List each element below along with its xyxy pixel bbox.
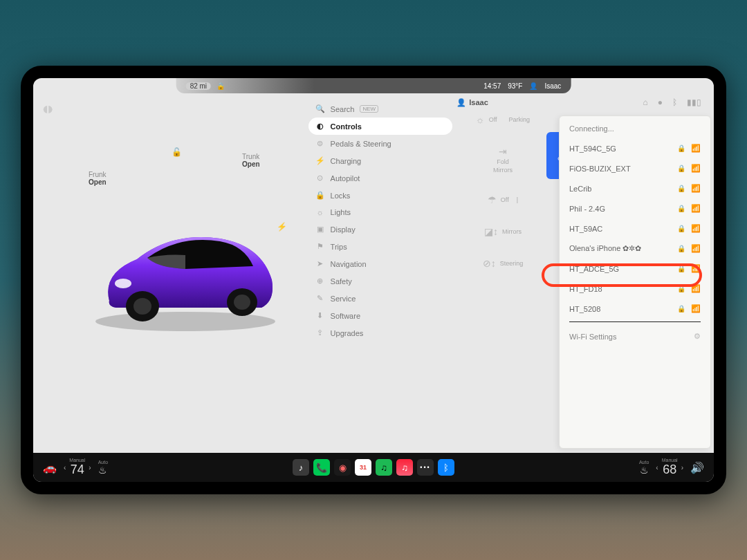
menu-item-label: Controls [331, 122, 362, 131]
driver-profile-button[interactable]: 👤 Isaac [456, 98, 488, 107]
app-spotify[interactable]: ♫ [376, 459, 392, 476]
app-bluetooth[interactable]: ᛒ [438, 459, 454, 476]
lock-icon: 🔒 [677, 245, 685, 252]
menu-item-label: Pedals & Steering [331, 140, 391, 148]
new-badge: NEW [360, 105, 378, 113]
svg-point-5 [115, 279, 131, 288]
wifi-network-name: FiOS-BUZIX_EXT [569, 165, 672, 173]
unlock-icon[interactable]: 🔓 [172, 147, 182, 157]
wifi-network-row[interactable]: HT_FD18🔒📶 [560, 279, 710, 299]
trunk-button[interactable]: Trunk Open [242, 153, 260, 168]
wifi-network-row[interactable]: FiOS-BUZIX_EXT🔒📶 [560, 158, 710, 178]
wifi-signal-icon: 📶 [691, 224, 701, 233]
search-label: Search [331, 105, 355, 113]
app-more[interactable]: ••• [417, 459, 434, 476]
settings-item-display[interactable]: ▣Display [308, 221, 452, 238]
right-seat-heater[interactable]: Auto ♨ [639, 460, 649, 476]
person-icon: 👤 [529, 82, 537, 90]
settings-item-pedals-steering[interactable]: ⊜Pedals & Steering [308, 135, 452, 152]
car-render [82, 218, 289, 335]
svg-point-2 [133, 298, 151, 315]
homelink-icon[interactable]: ⌂ [643, 97, 648, 107]
wifi-network-row[interactable]: Olena's iPhone ✿✲✿🔒📶 [560, 239, 710, 259]
wifi-network-row[interactable]: HT_5208🔒📶 [560, 299, 710, 319]
wifi-signal-icon: 📶 [691, 244, 701, 253]
lock-icon: 🔒 [677, 285, 685, 292]
signal-icon[interactable]: ▮▮▯ [687, 97, 701, 107]
settings-item-autopilot[interactable]: ⊙Autopilot [308, 169, 452, 187]
wifi-signal-icon: 📶 [691, 284, 701, 293]
wifi-network-row[interactable]: Phil - 2.4G🔒📶 [560, 198, 710, 218]
app-apple-music[interactable]: ♫ [396, 459, 413, 476]
lock-icon: 🔒 [677, 144, 685, 152]
settings-item-service[interactable]: ✎Service [308, 290, 452, 307]
menu-item-label: Trips [331, 243, 347, 251]
menu-item-label: Safety [331, 277, 352, 286]
wifi-network-row[interactable]: HT_ADCE_5G🔒📶 [560, 259, 710, 279]
menu-item-label: Service [331, 295, 356, 303]
wifi-network-name: Olena's iPhone ✿✲✿ [569, 244, 672, 253]
menu-item-label: Navigation [331, 260, 367, 268]
menu-item-icon: ⚑ [315, 242, 325, 251]
app-media[interactable]: ♪ [293, 459, 309, 476]
wifi-network-row[interactable]: HT_594C_5G🔒📶 [560, 138, 710, 158]
settings-item-lights[interactable]: ☼Lights [308, 204, 452, 221]
menu-item-label: Display [331, 225, 356, 234]
settings-item-controls[interactable]: ◐Controls [308, 118, 452, 135]
menu-item-label: Upgrades [331, 329, 364, 337]
menu-item-icon: ☼ [315, 208, 325, 216]
lock-icon: 🔒 [677, 205, 685, 212]
menu-item-label: Lights [331, 208, 351, 216]
wifi-network-row[interactable]: HT_59AC🔒📶 [560, 218, 710, 239]
outside-temp: 93°F [508, 82, 522, 90]
left-temp-control[interactable]: ‹ Manual 74 › [64, 458, 91, 477]
lock-icon: 🔒 [677, 165, 685, 172]
wifi-signal-icon: 📶 [691, 164, 701, 173]
car-visual-area: ◖◗ Frunk Open Trunk Open 🔓 ⚡ [33, 93, 319, 453]
wifi-signal-icon: 📶 [691, 264, 701, 273]
right-header: 👤 Isaac ⌂ ● ᛒ ▮▮▯ [451, 97, 707, 111]
wifi-network-name: LeCrib [569, 185, 672, 193]
settings-menu: 🔍 Search NEW ◐Controls⊜Pedals & Steering… [306, 93, 455, 453]
app-phone[interactable]: 📞 [313, 459, 330, 476]
search-row[interactable]: 🔍 Search NEW [308, 100, 452, 118]
settings-item-safety[interactable]: ⊕Safety [308, 272, 452, 290]
settings-item-locks[interactable]: 🔒Locks [308, 187, 452, 204]
clock: 14:57 [483, 82, 501, 90]
menu-item-icon: ⊜ [315, 139, 325, 148]
chevron-left-icon: ‹ [64, 464, 66, 472]
wifi-signal-icon: 📶 [691, 184, 701, 193]
chevron-left-icon: ‹ [656, 464, 658, 472]
sentry-icon[interactable]: ● [658, 97, 663, 107]
frunk-button[interactable]: Frunk Open [89, 171, 107, 186]
settings-item-navigation[interactable]: ➤Navigation [308, 255, 452, 272]
wifi-status-label: Connecting... [560, 122, 710, 138]
bluetooth-icon[interactable]: ᛒ [672, 97, 677, 107]
left-seat-heater[interactable]: Auto ♨ [98, 460, 108, 476]
settings-item-charging[interactable]: ⚡Charging [308, 152, 452, 169]
right-temp-control[interactable]: ‹ Manual 68 › [656, 458, 683, 477]
settings-item-software[interactable]: ⬇Software [308, 307, 452, 324]
range-badge: 82 mi [186, 82, 211, 90]
wifi-signal-icon: 📶 [691, 304, 701, 313]
wifi-settings-button[interactable]: Wi-Fi Settings ⚙ [560, 325, 710, 348]
app-dashcam[interactable]: ◉ [334, 459, 351, 476]
menu-item-label: Charging [331, 157, 362, 165]
driver-name: Isaac [544, 82, 561, 90]
menu-item-icon: ⬇ [315, 311, 325, 320]
menu-item-icon: ⇪ [315, 328, 325, 337]
wifi-network-row[interactable]: LeCrib🔒📶 [560, 178, 710, 198]
volume-button[interactable]: 🔊 [690, 461, 704, 474]
gear-icon: ⚙ [694, 332, 701, 341]
headlight-icon[interactable]: ◖◗ [43, 103, 53, 114]
settings-item-upgrades[interactable]: ⇪Upgrades [308, 324, 452, 342]
wifi-network-name: HT_ADCE_5G [569, 265, 672, 273]
lock-icon: 🔒 [216, 82, 225, 90]
menu-item-icon: ✎ [315, 294, 325, 303]
chevron-right-icon: › [681, 464, 683, 472]
settings-item-trips[interactable]: ⚑Trips [308, 238, 452, 255]
menu-item-icon: ⊕ [315, 277, 325, 286]
car-icon[interactable]: 🚗 [43, 461, 57, 474]
app-calendar[interactable]: 31 [355, 459, 371, 476]
person-icon: 👤 [456, 98, 466, 107]
